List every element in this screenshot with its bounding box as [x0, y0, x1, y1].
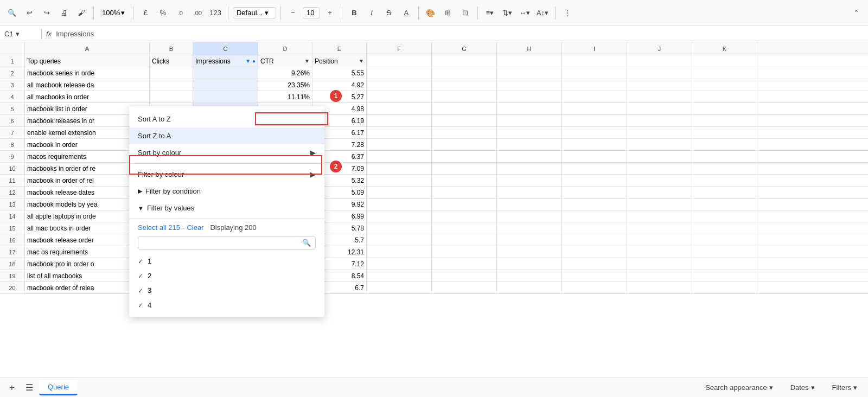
cell-k[interactable]	[692, 103, 757, 114]
cell-h[interactable]	[497, 163, 562, 174]
cell-h[interactable]	[497, 258, 562, 270]
select-all-link[interactable]: Select all 215	[138, 223, 180, 232]
redo-btn[interactable]: ↪	[39, 5, 54, 21]
cell-g[interactable]	[432, 187, 497, 198]
cell-reference[interactable]: C1 ▾	[4, 30, 37, 38]
cell-f[interactable]	[367, 198, 432, 210]
number-format-btn[interactable]: 123	[207, 5, 224, 21]
cell-i[interactable]	[562, 282, 627, 293]
cell-a[interactable]: all macbooks in order	[25, 91, 150, 103]
cell-k[interactable]	[692, 246, 757, 258]
align-btn[interactable]: ≡▾	[482, 5, 497, 21]
sort-a-z[interactable]: Sort A to Z	[129, 111, 324, 127]
cell-i[interactable]	[562, 234, 627, 246]
cell-g[interactable]	[432, 222, 497, 234]
cell-i[interactable]	[562, 115, 627, 126]
cell-g[interactable]	[432, 258, 497, 270]
table-row[interactable]: 1Top queriesClicksImpressions▼ ●CTR▼Posi…	[0, 55, 868, 67]
row-number[interactable]: 7	[0, 127, 25, 138]
cell-j[interactable]	[627, 187, 692, 198]
cell-g[interactable]	[432, 103, 497, 114]
row-number[interactable]: 13	[0, 198, 25, 210]
cell-h[interactable]	[497, 115, 562, 126]
col-header-c[interactable]: C	[193, 42, 258, 55]
cell-i[interactable]	[562, 258, 627, 270]
cell-g[interactable]	[432, 175, 497, 186]
zoom-control[interactable]: 100% ▾	[98, 7, 129, 18]
row-number[interactable]: 14	[0, 210, 25, 222]
row-number[interactable]: 4	[0, 91, 25, 103]
col-header-a[interactable]: A	[25, 42, 150, 55]
cell-h[interactable]	[497, 91, 562, 103]
sheets-menu-btn[interactable]: ☰	[22, 380, 37, 395]
cell-g[interactable]	[432, 79, 497, 91]
cell-h[interactable]	[497, 175, 562, 186]
table-row[interactable]: 3all macbook release da23.35%4.92	[0, 79, 868, 91]
more-btn[interactable]: ⋮	[560, 5, 575, 21]
cell-g[interactable]	[432, 163, 497, 174]
cell-c[interactable]: Impressions▼ ●	[193, 55, 258, 67]
cell-j[interactable]	[627, 270, 692, 281]
row-number[interactable]: 3	[0, 79, 25, 91]
row-number[interactable]: 18	[0, 258, 25, 270]
cell-f[interactable]	[367, 67, 432, 79]
cell-k[interactable]	[692, 198, 757, 210]
row-number[interactable]: 11	[0, 175, 25, 186]
cell-g[interactable]	[432, 198, 497, 210]
cell-i[interactable]	[562, 127, 627, 138]
cell-g[interactable]	[432, 91, 497, 103]
collapse-btn[interactable]: ⌃	[848, 5, 864, 21]
table-row[interactable]: 4all macbooks in order11.11%5.27	[0, 91, 868, 103]
font-selector[interactable]: Defaul... ▾	[233, 7, 276, 18]
filter-search-box[interactable]: 🔍	[138, 236, 316, 249]
cell-h[interactable]	[497, 187, 562, 198]
cell-g[interactable]	[432, 282, 497, 293]
text-rotate-btn[interactable]: A↕▾	[534, 5, 551, 21]
cell-j[interactable]	[627, 175, 692, 186]
cell-g[interactable]	[432, 127, 497, 138]
cell-j[interactable]	[627, 103, 692, 114]
cell-j[interactable]	[627, 151, 692, 162]
cell-f[interactable]	[367, 151, 432, 162]
cell-j[interactable]	[627, 91, 692, 103]
decimal-dec-btn[interactable]: .0	[173, 5, 188, 21]
font-size-box[interactable]: 10	[303, 7, 320, 18]
cell-i[interactable]	[562, 79, 627, 91]
cell-g[interactable]	[432, 139, 497, 150]
col-header-b[interactable]: B	[150, 42, 193, 55]
row-number[interactable]: 9	[0, 151, 25, 162]
cell-h[interactable]	[497, 282, 562, 293]
currency-btn[interactable]: £	[138, 5, 153, 21]
search-btn[interactable]: 🔍	[4, 5, 20, 21]
cell-h[interactable]	[497, 139, 562, 150]
cell-i[interactable]	[562, 55, 627, 67]
cell-f[interactable]	[367, 234, 432, 246]
cell-g[interactable]	[432, 67, 497, 79]
cell-g[interactable]	[432, 246, 497, 258]
cell-j[interactable]	[627, 115, 692, 126]
underline-btn[interactable]: A	[399, 5, 414, 21]
decimal-inc-btn[interactable]: .00	[190, 5, 205, 21]
cell-f[interactable]	[367, 175, 432, 186]
cell-g[interactable]	[432, 115, 497, 126]
cell-j[interactable]	[627, 79, 692, 91]
row-number[interactable]: 10	[0, 163, 25, 174]
cell-k[interactable]	[692, 270, 757, 281]
cell-i[interactable]	[562, 67, 627, 79]
cell-k[interactable]	[692, 187, 757, 198]
cell-e[interactable]: 5.55	[312, 67, 367, 79]
cell-f[interactable]	[367, 270, 432, 281]
cell-i[interactable]	[562, 151, 627, 162]
cell-d[interactable]: 11.11%	[258, 91, 312, 103]
sort-z-a[interactable]: Sort Z to A	[129, 127, 324, 144]
cell-i[interactable]	[562, 222, 627, 234]
filter-value-item[interactable]: ✓1	[129, 254, 324, 268]
search-appearance-btn[interactable]: Search appearance ▾	[699, 381, 779, 394]
row-number[interactable]: 12	[0, 187, 25, 198]
col-header-i[interactable]: I	[562, 42, 627, 55]
cell-k[interactable]	[692, 127, 757, 138]
col-header-f[interactable]: F	[367, 42, 432, 55]
table-row[interactable]: 2macbook series in orde9.26%5.55	[0, 67, 868, 79]
filter-value-item[interactable]: ✓4	[129, 298, 324, 312]
cell-g[interactable]	[432, 55, 497, 67]
